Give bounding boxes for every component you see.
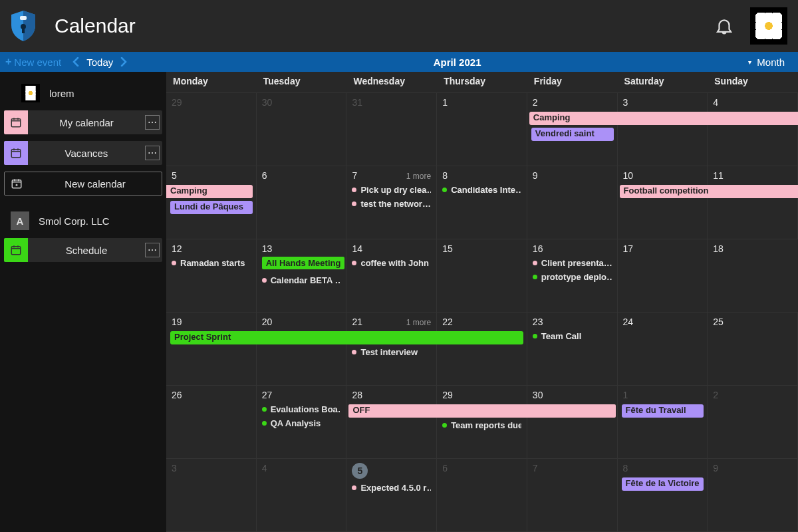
event-label: Candidates Inte… (451, 185, 521, 195)
day-cell[interactable]: 3 (166, 459, 257, 531)
event-span[interactable]: OFF (348, 404, 615, 418)
event-dot-icon (262, 407, 267, 412)
day-cell[interactable]: 17 (618, 239, 708, 312)
day-cell[interactable]: 29 (166, 93, 257, 166)
event-span[interactable]: Lundi de Pâques (170, 201, 253, 214)
event-item[interactable]: Ramadan starts (172, 258, 251, 268)
new-calendar-button[interactable]: New calendar (4, 172, 162, 196)
day-cell[interactable]: 211 moreTest interview (346, 313, 437, 385)
calendar-menu-button[interactable]: ⋯ (145, 146, 160, 160)
next-period-button[interactable] (120, 57, 128, 66)
day-cell[interactable]: 30 (527, 386, 618, 458)
event-item[interactable]: Calendar BETA … (262, 275, 341, 285)
day-cell[interactable]: 22 (437, 313, 527, 385)
day-cell[interactable]: 13All Hands MeetingCalendar BETA … (257, 239, 347, 312)
day-cell[interactable]: 2 (708, 386, 798, 458)
day-cell[interactable]: 5Expected 4.5.0 r… (346, 459, 437, 531)
calendar-menu-button[interactable]: ⋯ (145, 115, 160, 130)
calendar-item[interactable]: Vacances ⋯ (4, 141, 162, 165)
event-item[interactable]: Expected 4.5.0 r… (352, 483, 431, 493)
calendar-color-chip (4, 110, 28, 134)
sidebar-org[interactable]: A Smol Corp. LLC (4, 207, 162, 238)
day-cell[interactable]: 30 (257, 93, 347, 166)
day-cell[interactable]: 29Team reports due (437, 386, 527, 458)
event-item[interactable]: Pick up dry clea… (352, 185, 431, 195)
event-span[interactable]: Project Sprint (170, 331, 523, 344)
day-number: 2 (713, 390, 718, 400)
event-span[interactable]: Fête du Travail (622, 404, 704, 418)
event-block[interactable]: All Hands Meeting (262, 257, 345, 269)
day-cell[interactable]: 6 (437, 459, 527, 531)
day-cell[interactable]: 4 (708, 93, 798, 166)
event-item[interactable]: QA Analysis (262, 418, 341, 428)
event-item[interactable]: Team reports due (442, 420, 521, 430)
day-cell[interactable]: 15 (437, 239, 527, 312)
day-cell[interactable]: 12Ramadan starts (166, 239, 257, 312)
period-label: April 2021 (166, 57, 748, 68)
more-events-link[interactable]: 1 more (406, 318, 431, 327)
event-span[interactable]: Camping (166, 185, 253, 198)
day-cell[interactable]: 27Evaluations Boa…QA Analysis (257, 386, 347, 458)
event-item[interactable]: Team Call (533, 331, 612, 341)
day-cell[interactable]: 28 (346, 386, 437, 458)
day-cell[interactable]: 3 (618, 93, 708, 166)
day-number: 29 (172, 97, 182, 108)
event-item[interactable]: prototype deplo… (533, 272, 612, 282)
day-cell[interactable]: 19 (166, 313, 257, 385)
event-label: Ramadan starts (180, 258, 245, 268)
sidebar-user[interactable]: lorem (4, 80, 162, 110)
day-cell[interactable]: 10 (618, 166, 708, 239)
day-number: 10 (623, 170, 634, 181)
day-cell[interactable]: 31 (346, 93, 437, 166)
event-dot-icon (262, 278, 267, 283)
event-label: Calendar BETA … (271, 275, 341, 285)
day-cell[interactable]: 11 (708, 166, 798, 239)
prev-period-button[interactable] (72, 57, 80, 66)
day-of-week-cell: Saturday (618, 72, 708, 92)
event-item[interactable]: Evaluations Boa… (262, 404, 341, 414)
event-item[interactable]: Client presenta… (533, 258, 612, 268)
day-cell[interactable]: 8 (618, 459, 708, 531)
day-cell[interactable]: 24 (618, 313, 708, 385)
event-span[interactable]: Football competition (620, 185, 798, 198)
event-item[interactable]: Candidates Inte… (442, 185, 521, 195)
event-span[interactable]: Camping (529, 112, 798, 125)
day-cell[interactable]: 20 (257, 313, 347, 385)
day-cell[interactable]: 26 (166, 386, 257, 458)
event-item[interactable]: Test interview (352, 347, 431, 357)
calendar-item[interactable]: My calendar ⋯ (4, 110, 162, 134)
event-item[interactable]: coffee with John (352, 258, 431, 268)
svg-rect-2 (22, 27, 25, 33)
day-cell[interactable]: 6 (257, 166, 347, 239)
week-row: 2627Evaluations Boa…QA Analysis2829Team … (166, 386, 798, 459)
view-switcher[interactable]: ▾ Month (748, 57, 798, 68)
user-avatar[interactable] (750, 7, 787, 45)
day-cell[interactable]: 7 (527, 459, 618, 531)
day-cell[interactable]: 9 (527, 166, 618, 239)
new-event-button[interactable]: + New event (5, 56, 61, 68)
calendar-label: My calendar (28, 117, 145, 128)
day-cell[interactable]: 4 (257, 459, 347, 531)
day-cell[interactable]: 1 (437, 93, 527, 166)
day-number: 29 (442, 390, 453, 400)
event-item[interactable]: test the networ… (352, 199, 431, 209)
day-cell[interactable]: 9 (708, 459, 798, 531)
more-events-link[interactable]: 1 more (406, 172, 431, 181)
day-cell[interactable]: 23Team Call (527, 313, 618, 385)
day-cell[interactable]: 8Candidates Inte… (437, 166, 527, 239)
event-span[interactable]: Vendredi saint (531, 128, 614, 141)
calendar-menu-button[interactable]: ⋯ (145, 243, 160, 257)
calendar-item[interactable]: Schedule ⋯ (4, 238, 162, 262)
event-dot-icon (442, 423, 447, 428)
day-cell[interactable]: 71 morePick up dry clea…test the networ… (346, 166, 437, 239)
day-cell[interactable]: 14coffee with John (346, 239, 437, 312)
day-cell[interactable]: 16Client presenta…prototype deplo… (527, 239, 618, 312)
day-cell[interactable]: 25 (708, 313, 798, 385)
event-span[interactable]: Fête de la Victoire (622, 477, 704, 491)
today-button[interactable]: Today (86, 57, 113, 68)
day-cell[interactable]: 1 (618, 386, 708, 458)
day-cell[interactable]: 18 (708, 239, 798, 312)
day-number: 14 (352, 243, 362, 254)
notifications-icon[interactable] (714, 15, 734, 37)
calendar-grid: MondayTuesdayWednesdayThursdayFridaySatu… (166, 72, 798, 532)
